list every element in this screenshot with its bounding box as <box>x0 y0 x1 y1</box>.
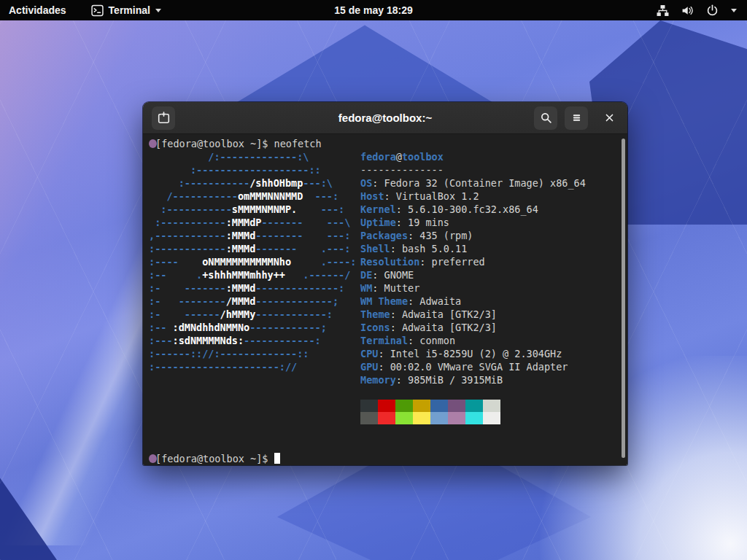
terminal-line: OS: Fedora 32 (Container Image) x86_64 <box>360 176 586 190</box>
terminal-line: Memory: 985MiB / 3915MiB <box>360 373 586 386</box>
terminal-line: WM Theme: Adwaita <box>360 295 586 308</box>
terminal-line: GPU: 00:02.0 VMware SVGA II Adapter <box>360 360 586 373</box>
terminal-line: Shell: bash 5.0.11 <box>360 242 586 255</box>
neofetch-info: fedora@toolbox--------------OS: Fedora 3… <box>360 150 586 424</box>
color-palette-block <box>360 412 378 424</box>
terminal-line: Resolution: preferred <box>360 255 586 268</box>
chevron-down-icon <box>155 9 161 12</box>
color-palette-row <box>360 400 586 412</box>
search-icon <box>540 112 552 124</box>
color-palette-row <box>360 412 586 424</box>
terminal-cursor <box>274 453 280 464</box>
power-icon <box>706 4 719 16</box>
system-tray[interactable] <box>657 4 747 16</box>
terminal-line <box>360 386 586 400</box>
color-palette-block <box>465 400 483 412</box>
volume-icon <box>681 4 694 16</box>
color-palette-block <box>378 400 395 412</box>
color-palette-block <box>395 400 413 412</box>
new-tab-icon <box>158 112 170 124</box>
prompt-text: [fedora@toolbox ~]$ <box>155 138 274 149</box>
activities-label: Actividades <box>9 4 66 16</box>
bottom-prompt-text: [fedora@toolbox ~]$ <box>155 453 274 464</box>
terminal-content: [fedora@toolbox ~]$ neofetch /:---------… <box>143 134 627 465</box>
color-palette-block <box>483 412 500 424</box>
close-button[interactable] <box>600 109 619 128</box>
color-palette-block <box>448 400 465 412</box>
color-palette-block <box>483 400 500 412</box>
color-palette-block <box>395 412 413 424</box>
terminal-line: WM: Mutter <box>360 281 586 295</box>
window-headerbar[interactable]: fedora@toolbox:~ <box>143 102 627 134</box>
terminal-line: Theme: Adwaita [GTK2/3] <box>360 308 586 321</box>
app-menu-button[interactable]: Terminal <box>91 4 161 16</box>
terminal-line: fedora@toolbox <box>360 150 586 163</box>
close-icon <box>603 112 616 124</box>
color-palette-block <box>430 412 448 424</box>
color-palette-block <box>465 412 483 424</box>
terminal-line: Uptime: 19 mins <box>360 216 586 229</box>
terminal-line: Terminal: conmon <box>360 334 586 347</box>
terminal-line: Packages: 435 (rpm) <box>360 229 586 242</box>
terminal-line: Kernel: 5.6.10-300.fc32.x86_64 <box>360 203 586 216</box>
terminal-line: DE: GNOME <box>360 268 586 281</box>
bottom-prompt-line: [fedora@toolbox ~]$ <box>149 452 627 465</box>
network-wired-icon <box>657 4 669 16</box>
terminal-line: CPU: Intel i5-8259U (2) @ 2.304GHz <box>360 347 586 360</box>
activities-button[interactable]: Actividades <box>9 4 66 16</box>
prompt-line: [fedora@toolbox ~]$ neofetch <box>149 137 627 150</box>
terminal-window: fedora@toolbox:~ [fedora@toolbox ~]$ neo… <box>143 102 627 465</box>
scrollbar-thumb[interactable] <box>622 139 625 458</box>
terminal-line: Icons: Adwaita [GTK2/3] <box>360 321 586 334</box>
hamburger-menu-icon <box>570 112 583 124</box>
color-palette-block <box>360 400 378 412</box>
new-tab-button[interactable] <box>152 106 175 130</box>
top-bar: Actividades Terminal 15 de may 18:29 <box>0 0 747 20</box>
terminal-app-icon <box>91 4 104 16</box>
terminal-body[interactable]: [fedora@toolbox ~]$ neofetch /:---------… <box>143 134 627 465</box>
terminal-line: Host: VirtualBox 1.2 <box>360 190 586 203</box>
color-palette-block <box>413 412 430 424</box>
color-palette-block <box>413 400 430 412</box>
menu-button[interactable] <box>565 106 588 130</box>
search-button[interactable] <box>534 106 557 130</box>
app-menu-label: Terminal <box>109 4 150 16</box>
color-palette-block <box>378 412 395 424</box>
terminal-line: -------------- <box>360 163 586 176</box>
color-palette-block <box>430 400 448 412</box>
color-palette-block <box>448 412 465 424</box>
chevron-down-icon <box>731 9 737 12</box>
command-text: neofetch <box>274 138 322 149</box>
